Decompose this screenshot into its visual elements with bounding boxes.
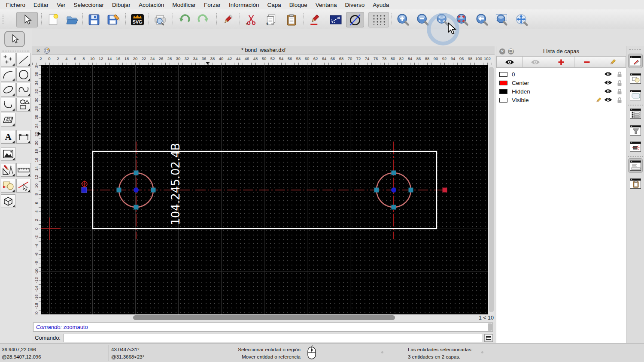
zoom-in-button[interactable]: [394, 12, 412, 27]
draw-order-button[interactable]: [327, 12, 345, 27]
circle-center-point[interactable]: [134, 187, 139, 193]
layer-color-swatch[interactable]: [499, 98, 507, 103]
menu-item-información[interactable]: Información: [229, 2, 259, 8]
menu-item-bloque[interactable]: Bloque: [289, 2, 307, 8]
tool-3d-box[interactable]: [1, 194, 15, 208]
entity-handle[interactable]: [374, 188, 379, 193]
dock-command-line-button[interactable]: [628, 158, 643, 173]
edit-attributes-button[interactable]: [307, 12, 325, 27]
export-svg-button[interactable]: SVG: [128, 12, 146, 27]
menu-item-fichero[interactable]: Fichero: [6, 2, 25, 8]
tool-arcs[interactable]: [1, 68, 15, 81]
tool-points[interactable]: [1, 53, 15, 66]
layer-visibility-icon[interactable]: [604, 71, 612, 78]
entity-handle[interactable]: [392, 205, 396, 210]
open-document-button[interactable]: [63, 12, 81, 27]
tool-blocks[interactable]: [1, 179, 15, 193]
toggle-visibility-button[interactable]: [346, 12, 364, 27]
entity-handle[interactable]: [409, 188, 413, 193]
entity-handle[interactable]: [117, 188, 122, 193]
tool-modify[interactable]: [1, 163, 15, 177]
menu-item-seleccionar[interactable]: Seleccionar: [74, 2, 104, 8]
tool-image[interactable]: [1, 147, 15, 161]
layer-color-swatch[interactable]: [499, 81, 507, 85]
layer-visibility-icon[interactable]: [604, 97, 612, 104]
centerline-endpoint-right[interactable]: [443, 188, 447, 193]
layer-lock-icon[interactable]: [617, 88, 623, 96]
entity-handle[interactable]: [151, 188, 156, 193]
layer-row-hidden[interactable]: Hidden: [496, 87, 626, 96]
remove-layer-button[interactable]: [574, 56, 600, 68]
tool-splines[interactable]: [16, 83, 31, 97]
entity-handle[interactable]: [392, 171, 396, 175]
save-button[interactable]: [85, 12, 103, 27]
entity-handle[interactable]: [134, 205, 139, 210]
menu-item-modificar[interactable]: Modificar: [172, 2, 196, 8]
command-history-scrollbar[interactable]: [488, 323, 492, 331]
menu-item-forzar[interactable]: Forzar: [204, 2, 221, 8]
layer-lock-icon[interactable]: [617, 97, 623, 105]
dock-entity-list-button[interactable]: [628, 106, 643, 121]
tool-polylines[interactable]: [1, 98, 15, 112]
layer-visibility-icon[interactable]: [604, 80, 612, 87]
horizontal-scrollbar-thumb[interactable]: [133, 315, 395, 320]
tool-select-entity[interactable]: [16, 179, 31, 193]
tool-dimensions[interactable]: [16, 130, 31, 144]
layer-color-swatch[interactable]: [499, 72, 507, 77]
redo-button[interactable]: [194, 12, 213, 27]
dock-library-browser-button[interactable]: [628, 88, 643, 103]
layer-color-swatch[interactable]: [499, 89, 507, 94]
horizontal-scrollbar[interactable]: [41, 314, 480, 321]
layer-row-center[interactable]: Center: [496, 78, 626, 87]
layer-lock-icon[interactable]: [617, 80, 623, 87]
show-all-layers-button[interactable]: [496, 56, 522, 68]
tool-circles[interactable]: [16, 68, 31, 81]
centerline-endpoint-left[interactable]: [82, 187, 87, 193]
paste-button[interactable]: [283, 12, 301, 27]
print-preview-button[interactable]: [151, 12, 169, 27]
dock-explode-button[interactable]: [628, 139, 643, 154]
hide-all-layers-button[interactable]: [522, 56, 548, 68]
snap-grid-button[interactable]: [368, 12, 389, 27]
menu-item-acotación[interactable]: Acotación: [139, 2, 164, 8]
menu-item-ventana[interactable]: Ventana: [316, 2, 337, 8]
dock-layer-list-button[interactable]: [628, 54, 643, 68]
vertical-scrollbar[interactable]: [488, 65, 495, 314]
menu-item-ver[interactable]: Ver: [57, 2, 65, 8]
layer-visibility-icon[interactable]: [604, 88, 612, 95]
menu-item-dibujar[interactable]: Dibujar: [112, 2, 131, 8]
entity-handle[interactable]: [134, 171, 139, 175]
left-select-tool-button[interactable]: [4, 31, 25, 47]
layer-row-visible[interactable]: Visible: [496, 96, 626, 104]
edit-layer-button[interactable]: [600, 56, 626, 68]
command-input[interactable]: [63, 334, 483, 342]
dock-entity-filter-button[interactable]: [628, 123, 643, 138]
new-document-button[interactable]: [44, 12, 62, 27]
copy-button[interactable]: +: [262, 12, 280, 27]
dock-block-list-button[interactable]: [628, 71, 643, 86]
tool-ellipses[interactable]: [1, 83, 15, 97]
undo-button[interactable]: [175, 12, 193, 27]
cut-button[interactable]: +: [242, 12, 260, 27]
menu-item-capa[interactable]: Capa: [267, 2, 281, 8]
tool-hatch[interactable]: [1, 113, 15, 127]
layer-row-0[interactable]: 0: [496, 70, 626, 78]
zoom-previous-button[interactable]: [473, 12, 491, 27]
tool-text[interactable]: A: [1, 130, 15, 144]
command-options-button[interactable]: [484, 334, 493, 342]
menu-item-diverso[interactable]: Diverso: [345, 2, 365, 8]
zoom-pan-button[interactable]: [513, 12, 531, 27]
tool-polygons[interactable]: [16, 98, 31, 112]
menu-item-editar[interactable]: Editar: [33, 2, 49, 8]
tool-measure[interactable]: [16, 163, 31, 177]
menu-item-ayuda[interactable]: Ayuda: [373, 2, 389, 8]
dock-clipboard-button[interactable]: [628, 176, 643, 191]
cad-canvas[interactable]: 104.245.02.4B: [41, 65, 488, 314]
zoom-window-button[interactable]: [493, 12, 511, 27]
tool-lines[interactable]: [16, 53, 31, 66]
add-layer-button[interactable]: [548, 56, 574, 68]
part-number-annotation[interactable]: 104.245.02.4B: [169, 143, 182, 225]
zoom-out-button[interactable]: [414, 12, 432, 27]
layer-lock-icon[interactable]: [617, 71, 623, 79]
select-tool-button[interactable]: [16, 12, 38, 27]
